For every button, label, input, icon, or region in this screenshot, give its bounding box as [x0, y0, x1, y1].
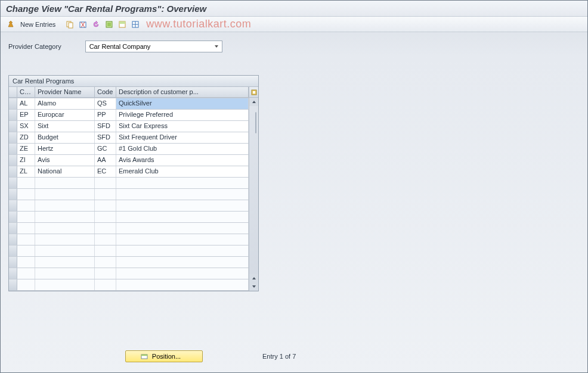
cell-code2[interactable]: EC	[95, 166, 116, 177]
cell-code1[interactable]	[17, 234, 35, 245]
table-row-empty[interactable]	[9, 189, 249, 200]
cell-desc[interactable]	[116, 279, 249, 290]
new-entries-button[interactable]: New Entries	[18, 20, 60, 29]
cell-desc[interactable]	[116, 200, 249, 211]
cell-code1[interactable]: ZE	[17, 144, 35, 154]
cell-desc[interactable]: QuickSilver	[116, 98, 249, 109]
cell-code2[interactable]: QS	[95, 98, 116, 109]
row-selector[interactable]	[9, 144, 17, 154]
cell-code2[interactable]	[95, 189, 116, 200]
table-row-empty[interactable]	[9, 268, 249, 279]
row-selector[interactable]	[9, 98, 17, 109]
row-selector[interactable]	[9, 121, 17, 132]
cell-provider[interactable]	[35, 279, 95, 290]
cell-code1[interactable]	[17, 200, 35, 211]
position-button[interactable]: Position...	[125, 350, 203, 362]
cell-code1[interactable]: ZL	[17, 166, 35, 177]
table-row-empty[interactable]	[9, 257, 249, 268]
row-selector[interactable]	[9, 189, 17, 200]
cell-provider[interactable]: Hertz	[35, 144, 95, 154]
select-all-icon[interactable]	[103, 18, 115, 30]
table-row[interactable]: ZLNationalECEmerald Club	[9, 166, 249, 178]
scroll-up-icon[interactable]	[249, 98, 258, 106]
cell-desc[interactable]: #1 Gold Club	[116, 144, 249, 154]
cell-code1[interactable]	[17, 268, 35, 279]
cell-code2[interactable]: AA	[95, 155, 116, 166]
table-row[interactable]: ZIAvisAAAvis Awards	[9, 155, 249, 166]
cell-provider[interactable]	[35, 257, 95, 268]
toggle-icon[interactable]	[5, 18, 17, 30]
cell-code1[interactable]	[17, 223, 35, 234]
row-selector[interactable]	[9, 132, 17, 143]
provider-category-dropdown[interactable]: Car Rental Company	[85, 41, 222, 52]
row-selector[interactable]	[9, 257, 17, 268]
cell-provider[interactable]	[35, 268, 95, 279]
delete-icon[interactable]	[77, 18, 89, 30]
table-row-empty[interactable]	[9, 234, 249, 245]
cell-code1[interactable]	[17, 279, 35, 290]
cell-code1[interactable]: EP	[17, 110, 35, 120]
table-settings-icon[interactable]	[249, 87, 258, 98]
scroll-page-up-icon[interactable]	[249, 274, 258, 282]
row-selector[interactable]	[9, 268, 17, 279]
cell-desc[interactable]	[116, 234, 249, 245]
table-row[interactable]: SXSixtSFDSixt Car Express	[9, 121, 249, 132]
scroll-down-icon[interactable]	[249, 282, 258, 291]
col-header-code1[interactable]: Code	[17, 87, 35, 98]
row-selector[interactable]	[9, 155, 17, 166]
table-row-empty[interactable]	[9, 178, 249, 189]
cell-provider[interactable]	[35, 189, 95, 200]
cell-code2[interactable]	[95, 245, 116, 256]
cell-desc[interactable]: Sixt Car Express	[116, 121, 249, 132]
cell-provider[interactable]: Sixt	[35, 121, 95, 132]
undo-icon[interactable]	[90, 18, 102, 30]
copy-icon[interactable]	[64, 18, 76, 30]
cell-provider[interactable]	[35, 234, 95, 245]
table-row-empty[interactable]	[9, 279, 249, 291]
row-selector[interactable]	[9, 245, 17, 256]
col-header-provider[interactable]: Provider Name	[35, 87, 95, 98]
row-selector[interactable]	[9, 223, 17, 234]
cell-code2[interactable]	[95, 234, 116, 245]
cell-provider[interactable]: National	[35, 166, 95, 177]
cell-provider[interactable]: Avis	[35, 155, 95, 166]
cell-code2[interactable]	[95, 200, 116, 211]
col-header-desc[interactable]: Description of customer p...	[116, 87, 249, 98]
cell-desc[interactable]	[116, 223, 249, 234]
cell-desc[interactable]: Sixt Frequent Driver	[116, 132, 249, 143]
row-selector[interactable]	[9, 279, 17, 290]
cell-desc[interactable]	[116, 245, 249, 256]
cell-desc[interactable]	[116, 212, 249, 222]
cell-provider[interactable]	[35, 178, 95, 188]
cell-provider[interactable]	[35, 212, 95, 222]
row-selector[interactable]	[9, 212, 17, 222]
cell-desc[interactable]: Privilege Preferred	[116, 110, 249, 120]
cell-code1[interactable]: ZD	[17, 132, 35, 143]
cell-provider[interactable]	[35, 200, 95, 211]
table-row-empty[interactable]	[9, 212, 249, 223]
scrollbar[interactable]	[249, 87, 258, 291]
table-row[interactable]: ZEHertzGC#1 Gold Club	[9, 144, 249, 155]
row-selector[interactable]	[9, 200, 17, 211]
col-header-code2[interactable]: Code	[95, 87, 116, 98]
cell-code2[interactable]: PP	[95, 110, 116, 120]
cell-code1[interactable]: AL	[17, 98, 35, 109]
cell-code2[interactable]	[95, 223, 116, 234]
cell-code2[interactable]: SFD	[95, 132, 116, 143]
cell-code2[interactable]	[95, 178, 116, 188]
cell-provider[interactable]	[35, 223, 95, 234]
row-selector[interactable]	[9, 178, 17, 188]
cell-code1[interactable]	[17, 212, 35, 222]
cell-provider[interactable]: Budget	[35, 132, 95, 143]
cell-code1[interactable]: SX	[17, 121, 35, 132]
table-row[interactable]: ZDBudgetSFDSixt Frequent Driver	[9, 132, 249, 144]
header-selector[interactable]	[9, 87, 17, 98]
cell-code1[interactable]	[17, 245, 35, 256]
cell-desc[interactable]	[116, 189, 249, 200]
select-block-icon[interactable]	[116, 18, 128, 30]
cell-code2[interactable]	[95, 279, 116, 290]
table-row-empty[interactable]	[9, 245, 249, 257]
row-selector[interactable]	[9, 234, 17, 245]
row-selector[interactable]	[9, 166, 17, 177]
cell-desc[interactable]	[116, 257, 249, 268]
